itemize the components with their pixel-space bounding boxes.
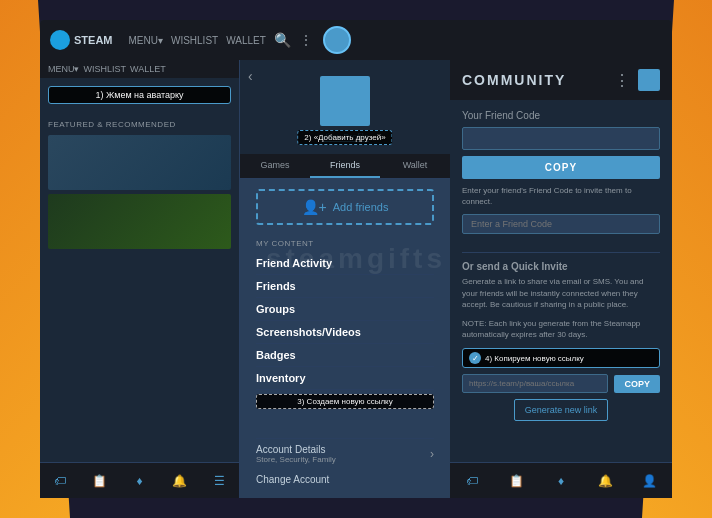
my-content-label: MY CONTENT xyxy=(240,235,450,252)
r-community-icon[interactable]: ♦ xyxy=(552,472,570,490)
steam-label: STEAM xyxy=(74,34,113,46)
add-friends-icon: 👤+ xyxy=(302,199,327,215)
header-nav: MENU▾ WISHLIST WALLET xyxy=(129,35,266,46)
generate-link-button[interactable]: Generate new link xyxy=(514,399,609,421)
invite-description: Enter your friend's Friend Code to invit… xyxy=(462,185,660,207)
link-row: COPY xyxy=(462,374,660,393)
featured-image-1 xyxy=(48,135,231,190)
r-profile-icon[interactable]: 👤 xyxy=(641,472,659,490)
profile-avatar xyxy=(320,76,370,126)
quick-invite-section: Or send a Quick Invite Generate a link t… xyxy=(450,261,672,421)
community-header: COMMUNITY ⋮ xyxy=(450,60,672,100)
left-panel: MENU▾ WISHLIST WALLET 1) Жмем на аватарк… xyxy=(40,60,240,498)
annotation-step2: 2) «Добавить друзей» xyxy=(297,130,392,145)
friend-code-input[interactable] xyxy=(462,127,660,150)
add-friends-button[interactable]: 👤+ Add friends xyxy=(256,189,434,225)
community-more-icon[interactable]: ⋮ xyxy=(614,71,630,90)
quick-invite-title: Or send a Quick Invite xyxy=(462,261,660,272)
copy-link-button[interactable]: COPY xyxy=(614,375,660,393)
library-icon[interactable]: 📋 xyxy=(91,472,109,490)
account-arrow-icon: › xyxy=(430,447,434,461)
check-icon: ✓ xyxy=(469,352,481,364)
account-details-item[interactable]: Account Details Store, Security, Family … xyxy=(256,438,434,469)
menu-friend-activity[interactable]: Friend Activity xyxy=(256,252,434,275)
friends-menu: Friend Activity Friends Groups Screensho… xyxy=(240,252,450,390)
menu-friends[interactable]: Friends xyxy=(256,275,434,298)
quick-invite-description: Generate a link to share via email or SM… xyxy=(462,276,660,310)
account-section: Account Details Store, Security, Family … xyxy=(240,430,450,498)
featured-image-2 xyxy=(48,194,231,249)
account-details-sub: Store, Security, Family xyxy=(256,455,336,464)
profile-tabs: Games Friends Wallet xyxy=(240,154,450,179)
menu-groups[interactable]: Groups xyxy=(256,298,434,321)
friend-code-section: Your Friend Code COPY Enter your friend'… xyxy=(450,100,672,244)
menu-badges[interactable]: Badges xyxy=(256,344,434,367)
community-header-right: ⋮ xyxy=(614,69,660,91)
community-title: COMMUNITY xyxy=(462,72,566,88)
nav-menu[interactable]: MENU▾ xyxy=(129,35,163,46)
annotation-step4: ✓ 4) Копируем новую ссылку xyxy=(462,348,660,368)
notifications-icon[interactable]: 🔔 xyxy=(170,472,188,490)
main-container: STEAM MENU▾ WISHLIST WALLET 🔍 ⋮ MENU▾ WI… xyxy=(40,20,672,498)
middle-panel: ‹ View Profile 2) «Добавить друзей» Game… xyxy=(240,60,450,498)
avatar[interactable] xyxy=(323,26,351,54)
tab-games[interactable]: Games xyxy=(240,154,310,178)
annotation-step1: 1) Жмем на аватарку xyxy=(48,86,231,104)
more-options-icon[interactable]: ⋮ xyxy=(299,32,313,48)
content-area: MENU▾ WISHLIST WALLET 1) Жмем на аватарк… xyxy=(40,60,672,498)
hamburger-icon[interactable]: ☰ xyxy=(210,472,228,490)
friend-code-title: Your Friend Code xyxy=(462,110,660,121)
menu-screenshots[interactable]: Screenshots/Videos xyxy=(256,321,434,344)
featured-section: FEATURED & RECOMMENDED xyxy=(40,112,239,462)
annotation-step3: 3) Создаем новую ссылку xyxy=(256,394,434,409)
nav-wishlist[interactable]: WISHLIST xyxy=(171,35,218,46)
left-nav: MENU▾ WISHLIST WALLET xyxy=(40,60,239,78)
note-text: NOTE: Each link you generate from the St… xyxy=(462,318,660,340)
copy-button[interactable]: COPY xyxy=(462,156,660,179)
nav-wallet[interactable]: WALLET xyxy=(226,35,266,46)
right-panel: COMMUNITY ⋮ Your Friend Code COPY Enter … xyxy=(450,60,672,498)
divider xyxy=(462,252,660,253)
wishlist-label[interactable]: WISHLIST xyxy=(84,64,127,74)
right-bottom-nav: 🏷 📋 ♦ 🔔 👤 xyxy=(450,462,672,498)
left-bottom-nav: 🏷 📋 ♦ 🔔 ☰ xyxy=(40,462,239,498)
steam-logo: STEAM xyxy=(50,30,113,50)
generate-row: Generate new link xyxy=(462,399,660,421)
tab-wallet[interactable]: Wallet xyxy=(380,154,450,178)
community-avatar xyxy=(638,69,660,91)
wallet-label[interactable]: WALLET xyxy=(130,64,166,74)
r-library-icon[interactable]: 📋 xyxy=(508,472,526,490)
back-button[interactable]: ‹ xyxy=(248,68,253,84)
menu-label[interactable]: MENU▾ xyxy=(48,64,80,74)
featured-label: FEATURED & RECOMMENDED xyxy=(48,120,231,129)
featured-images xyxy=(48,135,231,249)
change-account[interactable]: Change Account xyxy=(256,469,434,490)
store-icon[interactable]: 🏷 xyxy=(51,472,69,490)
r-store-icon[interactable]: 🏷 xyxy=(463,472,481,490)
account-details-title: Account Details xyxy=(256,444,336,455)
link-url-input[interactable] xyxy=(462,374,608,393)
tab-friends[interactable]: Friends xyxy=(310,154,380,178)
menu-inventory[interactable]: Inventory xyxy=(256,367,434,390)
steam-header: STEAM MENU▾ WISHLIST WALLET 🔍 ⋮ xyxy=(40,20,672,60)
enter-friend-code-input[interactable] xyxy=(462,214,660,234)
r-notifications-icon[interactable]: 🔔 xyxy=(596,472,614,490)
search-icon[interactable]: 🔍 xyxy=(274,32,291,48)
community-icon[interactable]: ♦ xyxy=(130,472,148,490)
steam-icon xyxy=(50,30,70,50)
